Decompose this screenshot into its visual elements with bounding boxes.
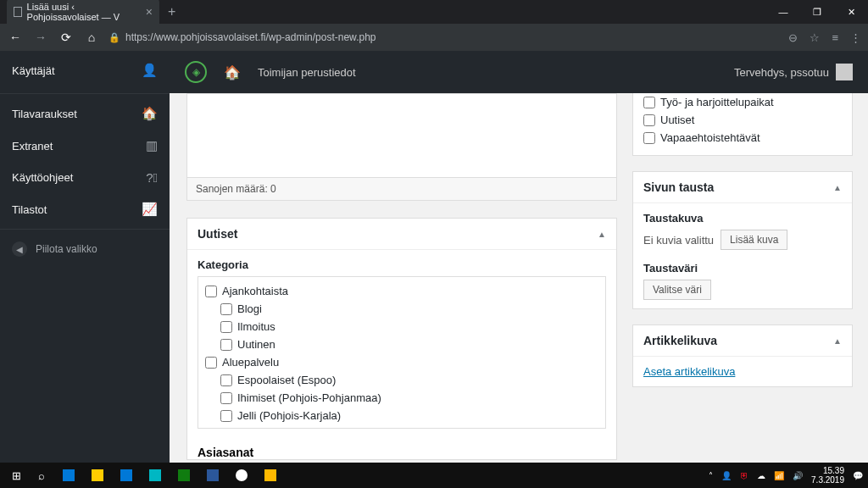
add-image-button[interactable]: Lisää kuva — [721, 230, 787, 250]
category-checkbox[interactable] — [220, 339, 232, 351]
checkbox-row[interactable]: Työ- ja harjoittelupaikat — [643, 93, 842, 111]
category-checkbox[interactable] — [205, 357, 217, 369]
checkbox[interactable] — [643, 114, 655, 126]
search-icon[interactable]: ⌕ — [31, 464, 53, 486]
category-checkbox[interactable] — [220, 392, 232, 404]
collapse-triangle-icon[interactable]: ▲ — [598, 230, 606, 239]
category-checkbox[interactable] — [220, 374, 232, 386]
artikkelikuva-panel: Artikkelikuva ▲ Aseta artikkelikuva — [632, 324, 853, 387]
window-maximize-button[interactable]: ❐ — [800, 0, 834, 24]
taskbar-app-other[interactable] — [258, 464, 283, 486]
category-checkbox[interactable] — [220, 321, 232, 333]
category-label: Jelli (Pohjois-Karjala) — [237, 409, 341, 422]
back-button[interactable]: ← — [7, 30, 24, 44]
taskbar-app-mail[interactable] — [114, 464, 139, 486]
checkbox-row[interactable]: Uutiset — [643, 111, 842, 129]
category-label: Ilmoitus — [237, 320, 275, 333]
tab-title: Lisää uusi ‹ Pohjoissavolaiset — V — [27, 2, 136, 22]
taustakuva-label: Taustakuva — [643, 212, 842, 225]
panel-header[interactable]: Sivun tausta ▲ — [633, 172, 852, 203]
category-checkbox[interactable] — [220, 428, 232, 430]
sidebar-item-tilavaraukset[interactable]: Tilavaraukset 🏠 — [0, 97, 170, 130]
collapse-triangle-icon[interactable]: ▲ — [833, 183, 842, 192]
sidebar-item-label: Käyttöohjeet — [12, 171, 73, 184]
category-label: Espoolaiset (Espoo) — [237, 374, 336, 386]
url-field[interactable]: 🔒 https://www.pohjoissavolaiset.fi/wp-ad… — [108, 31, 780, 43]
avatar[interactable] — [836, 64, 853, 80]
tray-notifications-icon[interactable]: 💬 — [853, 471, 863, 480]
home-button[interactable]: ⌂ — [83, 30, 100, 44]
reload-button[interactable]: ⟳ — [58, 30, 75, 44]
taustavari-label: Taustaväri — [643, 262, 842, 274]
checkbox-panel: Työ- ja harjoittelupaikatUutisetVapaaeht… — [632, 93, 853, 156]
sidebar-item-label: Tilavaraukset — [12, 108, 77, 120]
category-item[interactable]: Lappilaiset (Lappi) — [205, 424, 598, 429]
greeting-text[interactable]: Tervehdys, pssotuu — [734, 66, 829, 79]
panel-title: Sivun tausta — [643, 180, 714, 194]
taskbar-app-photos[interactable] — [142, 464, 168, 486]
extensions-icon[interactable]: ≡ — [832, 31, 838, 44]
category-item[interactable]: Uutinen — [205, 336, 598, 353]
sivun-tausta-panel: Sivun tausta ▲ Taustakuva Ei kuvia valit… — [632, 171, 853, 309]
choose-color-button[interactable]: Valitse väri — [643, 280, 711, 300]
site-logo-icon[interactable]: ◈ — [185, 61, 207, 83]
category-item[interactable]: Espoolaiset (Espoo) — [205, 371, 598, 389]
house-icon: 🏠 — [142, 106, 158, 121]
star-icon[interactable]: ☆ — [810, 31, 820, 44]
checkbox-row[interactable]: Vapaaehtoistehtävät — [643, 129, 842, 147]
clock-time: 15.39 — [811, 466, 844, 475]
forward-button[interactable]: → — [32, 30, 49, 44]
category-checkbox[interactable] — [205, 286, 217, 297]
category-item[interactable]: Ajankohtaista — [205, 282, 598, 300]
zoom-icon[interactable]: ⊖ — [788, 31, 798, 44]
browser-tab[interactable]: Lisää uusi ‹ Pohjoissavolaiset — V × — [7, 0, 159, 26]
tray-up-icon[interactable]: ˄ — [709, 471, 713, 480]
panel-header[interactable]: Artikkelikuva ▲ — [633, 325, 852, 357]
category-list[interactable]: AjankohtaistaBlogiIlmoitusUutinenAluepal… — [198, 276, 606, 429]
sidebar-item-help[interactable]: Käyttöohjeet ?⃝ — [0, 162, 170, 193]
tray-cloud-icon[interactable]: ☁ — [757, 471, 765, 480]
sidebar-item-users[interactable]: Käyttäjät 👤 — [0, 51, 170, 90]
admin-sidebar: Käyttäjät 👤 Tilavaraukset 🏠 Extranet ▥ K… — [0, 51, 170, 463]
checkbox[interactable] — [643, 97, 655, 108]
tray-wifi-icon[interactable]: 📶 — [774, 471, 784, 480]
editor-content[interactable] — [186, 93, 617, 178]
taskbar-app-excel[interactable] — [171, 464, 197, 486]
taskbar-app-chrome[interactable] — [229, 464, 254, 486]
taskbar-app-explorer[interactable] — [85, 464, 110, 486]
tray-people-icon[interactable]: 👤 — [721, 471, 732, 480]
home-icon[interactable]: 🏠 — [224, 64, 241, 80]
menu-icon[interactable]: ⋮ — [850, 31, 861, 44]
admin-top-bar: ◈ 🏠 Toimijan perustiedot Tervehdys, psso… — [170, 51, 868, 93]
collapse-triangle-icon[interactable]: ▲ — [833, 336, 842, 346]
category-item[interactable]: Jelli (Pohjois-Karjala) — [205, 407, 598, 424]
tray-volume-icon[interactable]: 🔊 — [793, 471, 803, 480]
panel-title: Artikkelikuva — [643, 334, 717, 347]
start-button[interactable]: ⊞ — [5, 464, 27, 486]
tray-shield-icon[interactable]: ⛨ — [740, 471, 748, 480]
taskbar-app-word[interactable] — [200, 464, 225, 486]
sidebar-item-extranet[interactable]: Extranet ▥ — [0, 130, 170, 162]
set-featured-image-link[interactable]: Aseta artikkelikuva — [643, 365, 735, 378]
clock-date: 7.3.2019 — [811, 475, 844, 485]
new-tab-button[interactable]: + — [168, 4, 175, 19]
tab-close-icon[interactable]: × — [146, 5, 153, 19]
category-item[interactable]: Blogi — [205, 300, 598, 318]
category-checkbox[interactable] — [220, 303, 232, 315]
sidebar-item-stats[interactable]: Tilastot 📈 — [0, 193, 170, 225]
taskbar-app-store[interactable] — [56, 464, 81, 486]
collapse-menu[interactable]: ◀ Piilota valikko — [0, 233, 170, 265]
category-label: Lappilaiset (Lappi) — [237, 427, 327, 429]
category-checkbox[interactable] — [220, 410, 232, 422]
checkbox[interactable] — [643, 132, 655, 144]
asiasanat-label: Asiasanat — [187, 437, 616, 459]
window-close-button[interactable]: ✕ — [834, 0, 868, 24]
category-item[interactable]: Ilmoitus — [205, 318, 598, 336]
category-item[interactable]: Ihimiset (Pohjois-Pohjanmaa) — [205, 389, 598, 407]
category-item[interactable]: Aluepalvelu — [205, 353, 598, 371]
taskbar-clock[interactable]: 15.39 7.3.2019 — [811, 466, 844, 485]
category-label: Aluepalvelu — [222, 356, 279, 369]
window-minimize-button[interactable]: — — [766, 0, 800, 24]
panel-header[interactable]: Uutiset ▲ — [187, 219, 616, 250]
no-image-text: Ei kuvia valittu — [643, 234, 714, 247]
